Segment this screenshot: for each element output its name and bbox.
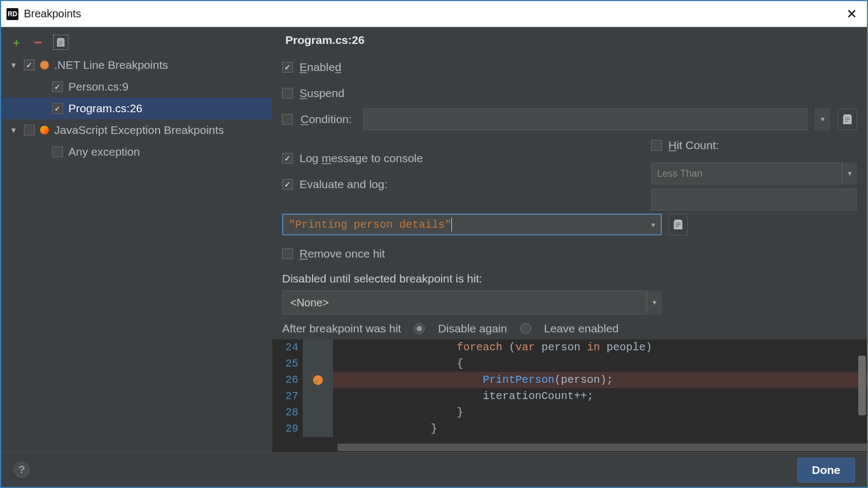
- tree-item[interactable]: Person.cs:9: [1, 76, 272, 98]
- hit-count-checkbox[interactable]: [651, 140, 662, 151]
- suspend-row[interactable]: Suspend: [282, 80, 857, 106]
- item-label: Program.cs:26: [68, 102, 143, 115]
- svg-rect-4: [845, 119, 850, 120]
- leave-enabled-radio[interactable]: [520, 323, 531, 334]
- enabled-checkbox[interactable]: [282, 62, 293, 73]
- after-hit-label: After breakpoint was hit: [282, 322, 401, 335]
- code-content: }: [333, 421, 867, 437]
- remove-once-hit-checkbox[interactable]: [282, 248, 293, 259]
- line-number: 28: [272, 404, 303, 421]
- group-label: JavaScript Exception Breakpoints: [54, 124, 224, 137]
- item-checkbox[interactable]: [52, 103, 63, 114]
- group-checkbox[interactable]: [24, 125, 35, 136]
- add-breakpoint-icon[interactable]: ＋: [10, 36, 23, 49]
- window-title: Breakpoints: [24, 8, 81, 20]
- code-line: 29 }: [272, 421, 867, 437]
- enabled-row[interactable]: Enabled: [282, 54, 857, 80]
- gutter[interactable]: [303, 404, 333, 421]
- svg-rect-8: [676, 226, 679, 227]
- line-number: 27: [272, 388, 303, 404]
- hit-count-operator-dropdown-icon[interactable]: ▼: [842, 163, 857, 184]
- group-label: .NET Line Breakpoints: [54, 59, 168, 72]
- svg-rect-6: [676, 223, 681, 223]
- code-content: PrintPerson(person);: [333, 372, 867, 388]
- condition-history-icon[interactable]: [838, 108, 857, 130]
- after-hit-row: After breakpoint was hit Disable again L…: [282, 322, 857, 335]
- tree-toolbar: ＋ −: [1, 33, 272, 54]
- line-number: 25: [272, 356, 303, 372]
- code-line: 25 {: [272, 356, 867, 372]
- group-by-icon[interactable]: [53, 35, 68, 50]
- remove-breakpoint-icon[interactable]: −: [31, 36, 44, 49]
- code-content: foreach (var person in people): [333, 339, 867, 356]
- code-content: iterationCount++;: [333, 388, 867, 404]
- item-label: Any exception: [68, 145, 140, 158]
- svg-rect-3: [845, 118, 850, 118]
- svg-rect-1: [59, 43, 63, 43]
- disabled-until-dropdown-icon[interactable]: ▼: [647, 291, 662, 314]
- condition-row: Condition: ▼: [282, 106, 857, 132]
- item-checkbox[interactable]: [52, 146, 63, 157]
- code-line: 27 iterationCount++;: [272, 388, 867, 404]
- disable-again-radio[interactable]: [414, 323, 425, 334]
- disabled-until-label: Disabled until selected breakpoint is hi…: [282, 272, 857, 285]
- gutter[interactable]: [303, 388, 333, 404]
- chevron-down-icon[interactable]: ▼: [10, 61, 18, 69]
- code-line: 26 PrintPerson(person);: [272, 372, 867, 388]
- evaluate-expression-input[interactable]: "Printing person details" ▼: [282, 214, 662, 235]
- svg-rect-2: [59, 44, 61, 45]
- condition-checkbox[interactable]: [282, 114, 293, 125]
- done-button[interactable]: Done: [797, 458, 856, 483]
- breakpoints-tree-pane: ＋ − ▼.NET Line BreakpointsPerson.cs:9Pro…: [1, 27, 272, 452]
- disable-again-label: Disable again: [438, 322, 507, 335]
- condition-dropdown-icon[interactable]: ▼: [815, 108, 830, 130]
- horizontal-scrollbar[interactable]: [337, 444, 867, 451]
- app-icon: RD: [7, 8, 18, 20]
- titlebar: RD Breakpoints ✕: [1, 1, 867, 27]
- help-icon[interactable]: ?: [13, 461, 30, 479]
- hit-count-row[interactable]: Hit Count:: [651, 132, 857, 158]
- log-message-checkbox[interactable]: [282, 153, 293, 164]
- breakpoint-title: Program.cs:26: [285, 34, 857, 47]
- svg-rect-5: [845, 121, 848, 121]
- gutter[interactable]: [303, 372, 333, 388]
- disabled-until-select[interactable]: <None>: [282, 291, 647, 314]
- breakpoints-tree[interactable]: ▼.NET Line BreakpointsPerson.cs:9Program…: [1, 54, 272, 452]
- code-line: 24 foreach (var person in people): [272, 339, 867, 356]
- log-message-row[interactable]: Log message to console: [282, 145, 629, 171]
- condition-input[interactable]: [363, 108, 807, 130]
- line-number: 26: [272, 372, 303, 388]
- chevron-down-icon[interactable]: ▼: [10, 126, 18, 134]
- close-icon[interactable]: ✕: [842, 4, 861, 24]
- tree-item[interactable]: Any exception: [1, 141, 272, 163]
- gutter[interactable]: [303, 356, 333, 372]
- breakpoint-marker-icon[interactable]: [313, 375, 323, 385]
- group-checkbox[interactable]: [24, 60, 35, 70]
- hit-count-operator-select[interactable]: Less Than: [651, 163, 842, 184]
- line-number: 29: [272, 421, 303, 437]
- line-number: 24: [272, 339, 303, 356]
- code-content: {: [333, 356, 867, 372]
- evaluate-history-icon[interactable]: [668, 214, 688, 235]
- suspend-checkbox[interactable]: [282, 88, 293, 99]
- svg-rect-0: [59, 41, 63, 42]
- hit-count-value-input[interactable]: [651, 189, 857, 210]
- code-content: }: [333, 404, 867, 421]
- gutter[interactable]: [303, 339, 333, 356]
- tree-group[interactable]: ▼.NET Line Breakpoints: [1, 54, 272, 76]
- tree-item[interactable]: Program.cs:26: [1, 98, 272, 119]
- item-checkbox[interactable]: [52, 81, 63, 92]
- remove-once-hit-row[interactable]: Remove once hit: [282, 241, 857, 267]
- leave-enabled-label: Leave enabled: [544, 322, 619, 335]
- tree-group[interactable]: ▼JavaScript Exception Breakpoints: [1, 119, 272, 141]
- exception-icon: [40, 126, 49, 134]
- vertical-scrollbar[interactable]: [858, 356, 866, 415]
- svg-rect-7: [676, 224, 681, 225]
- gutter[interactable]: [303, 421, 333, 437]
- code-preview[interactable]: 24 foreach (var person in people)25 {26 …: [272, 339, 867, 452]
- evaluate-row[interactable]: Evaluate and log:: [282, 171, 629, 197]
- evaluate-dropdown-icon[interactable]: ▼: [646, 215, 661, 236]
- breakpoint-details-pane: Program.cs:26 Enabled Suspend Condition:…: [272, 27, 867, 452]
- evaluate-checkbox[interactable]: [282, 179, 293, 190]
- breakpoint-icon: [40, 61, 49, 69]
